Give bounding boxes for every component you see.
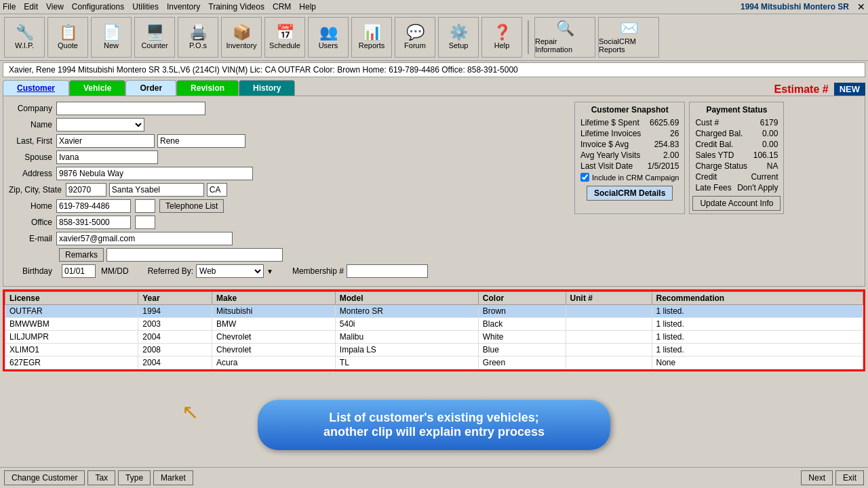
tab-history[interactable]: History (239, 80, 295, 96)
tab-vehicle[interactable]: Vehicle (69, 80, 125, 96)
cell-color: Blue (478, 344, 566, 357)
main-content: Company Name Last, First Spouse Address (3, 96, 865, 287)
market-button[interactable]: Market (153, 470, 193, 485)
office-phone-input[interactable] (56, 216, 131, 229)
toolbar-counter[interactable]: 🖥️ Counter (134, 17, 175, 58)
tab-revision[interactable]: Revision (176, 80, 239, 96)
toolbar-wip[interactable]: 🔧 W.I.P. (4, 17, 45, 58)
change-customer-button[interactable]: Change Customer (4, 470, 85, 485)
toolbar-users[interactable]: 👥 Users (308, 17, 349, 58)
toolbar-pos[interactable]: 🖨️ P.O.s (178, 17, 218, 58)
table-row[interactable]: LILJUMPR2004ChevroletMalibuWhite1 listed… (5, 331, 863, 344)
home-label: Home (9, 201, 56, 211)
schedule-label: Schedule (269, 41, 300, 49)
city-input[interactable] (109, 183, 204, 197)
tax-button[interactable]: Tax (87, 470, 115, 485)
menu-inventory[interactable]: Inventory (167, 2, 200, 12)
remarks-input[interactable] (106, 248, 283, 262)
menu-view[interactable]: View (46, 2, 64, 12)
menu-training[interactable]: Training Videos (208, 2, 264, 12)
menu-edit[interactable]: Edit (24, 2, 38, 12)
email-input[interactable] (56, 232, 233, 245)
home-phone-input[interactable] (56, 199, 131, 213)
toolbar-quote[interactable]: 📋 Quote (47, 17, 88, 58)
title-bar-text: 1994 Mitsubishi Montero SR (741, 2, 849, 12)
company-label: Company (9, 104, 56, 113)
setup-icon: ⚙️ (450, 25, 468, 40)
referred-by-select[interactable]: Web (196, 264, 264, 278)
type-button[interactable]: Type (118, 470, 151, 485)
vehicle-table-header: License Year Make Model Color Unit # Rec… (5, 292, 863, 305)
vehicle-table-body: OUTFAR1994MitsubishiMontero SRBrown1 lis… (5, 305, 863, 369)
inventory-icon: 📦 (233, 25, 251, 40)
birthday-input[interactable] (62, 264, 96, 278)
spouse-input[interactable] (56, 150, 158, 164)
toolbar-repair-info[interactable]: 🔍 Repair Information (534, 17, 595, 58)
crm-campaign-checkbox[interactable] (580, 173, 589, 182)
address-input[interactable] (56, 167, 253, 180)
new-icon: 📄 (102, 25, 121, 40)
address-row: Address (9, 167, 569, 180)
help-icon: ❓ (493, 25, 511, 40)
toolbar-inventory[interactable]: 📦 Inventory (221, 17, 262, 58)
snapshot-avg-yearly: Avg Yearly Visits 2.00 (578, 150, 682, 161)
crm-campaign-row: Include in CRM Campaign (578, 171, 682, 183)
cell-year: 2003 (138, 318, 212, 331)
col-color: Color (478, 292, 566, 305)
lifetime-invoices-value: 26 (670, 129, 679, 138)
inventory-label: Inventory (226, 41, 256, 49)
toolbar-schedule[interactable]: 📅 Schedule (264, 17, 305, 58)
last-name-input[interactable] (56, 134, 155, 148)
wip-label: W.I.P. (15, 41, 34, 49)
address-label: Address (9, 169, 56, 178)
referred-by-label: Referred By: (148, 266, 193, 276)
cell-color: White (478, 331, 566, 344)
toolbar-forum[interactable]: 💬 Forum (395, 17, 435, 58)
spouse-row: Spouse (9, 150, 569, 164)
cell-recommendation: 1 listed. (652, 318, 863, 331)
next-button[interactable]: Next (801, 470, 833, 485)
table-row[interactable]: 627EGR2004AcuraTLGreenNone (5, 357, 863, 369)
membership-input[interactable] (347, 264, 428, 278)
company-row: Company (9, 102, 569, 115)
table-row[interactable]: OUTFAR1994MitsubishiMontero SRBrown1 lis… (5, 305, 863, 318)
schedule-icon: 📅 (276, 25, 294, 40)
state-input[interactable] (207, 183, 227, 197)
close-icon[interactable]: ✕ (857, 1, 865, 12)
email-label: E-mail (9, 234, 56, 243)
zip-input[interactable] (66, 183, 106, 197)
office-ext-input[interactable] (135, 216, 155, 229)
home-ext-input[interactable] (135, 199, 155, 213)
payment-credit-bal: Credit Bal. 0.00 (692, 139, 781, 150)
toolbar-setup[interactable]: ⚙️ Setup (438, 17, 479, 58)
snapshot-last-visit: Last Visit Date 1/5/2015 (578, 161, 682, 171)
menu-help[interactable]: Help (299, 2, 316, 12)
telephone-list-button[interactable]: Telephone List (159, 199, 224, 213)
company-input[interactable] (56, 102, 205, 115)
home-row: Home Telephone List (9, 199, 569, 213)
cell-color: Green (478, 357, 566, 369)
remarks-button[interactable]: Remarks (59, 248, 104, 262)
tab-customer[interactable]: Customer (3, 80, 69, 96)
first-name-input[interactable] (157, 134, 245, 148)
table-row[interactable]: BMWWBM2003BMW540iBlack1 listed. (5, 318, 863, 331)
forum-icon: 💬 (406, 25, 425, 40)
menu-file[interactable]: File (3, 2, 16, 12)
menu-crm[interactable]: CRM (273, 2, 291, 12)
tabbar: Customer Vehicle Order Revision History … (3, 80, 865, 96)
menu-utilities[interactable]: Utilities (132, 2, 159, 12)
menu-configurations[interactable]: Configurations (72, 2, 124, 12)
toolbar-help[interactable]: ❓ Help (481, 17, 522, 58)
socialcrm-details-button[interactable]: SocialCRM Details (587, 186, 673, 201)
toolbar-socialcrm[interactable]: ✉️ SocialCRM Reports (598, 17, 659, 58)
cell-recommendation: None (652, 357, 863, 369)
update-account-button[interactable]: Update Account Info (692, 196, 781, 211)
snapshot-invoice-avg: Invoice $ Avg 254.83 (578, 139, 682, 150)
name-dropdown[interactable] (56, 118, 144, 131)
exit-button[interactable]: Exit (835, 470, 864, 485)
toolbar-new[interactable]: 📄 New (91, 17, 132, 58)
cell-recommendation: 1 listed. (652, 331, 863, 344)
table-row[interactable]: XLIMO12008ChevroletImpala LSBlue1 listed… (5, 344, 863, 357)
toolbar-reports[interactable]: 📊 Reports (351, 17, 392, 58)
tab-order[interactable]: Order (125, 80, 176, 96)
